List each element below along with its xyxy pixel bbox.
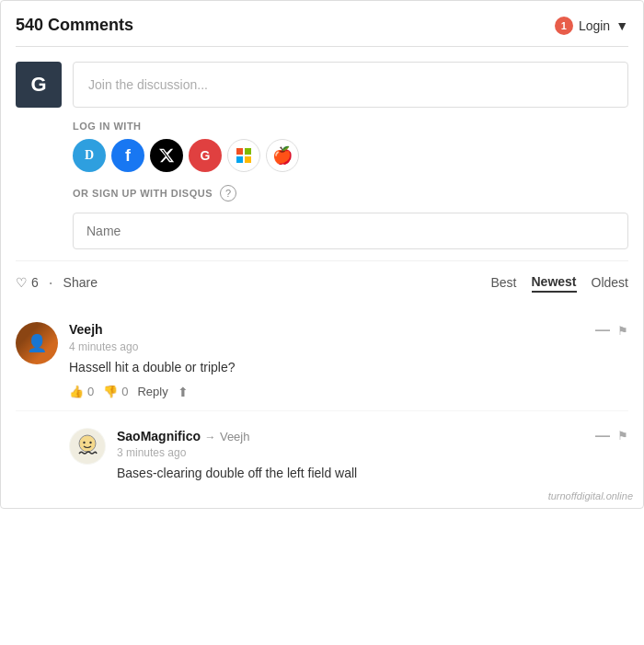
nested-comment-timestamp: 3 minutes ago	[117, 446, 628, 459]
apple-login-button[interactable]: 🍎	[266, 139, 299, 172]
facebook-icon: f	[125, 146, 131, 166]
downvote-button[interactable]: 👎 0	[103, 385, 128, 398]
user-avatar: G	[16, 62, 62, 108]
facebook-login-button[interactable]: f	[111, 139, 144, 172]
nested-comment-body: SaoMagnifico → Veejh — ⚑ 3 minutes ago B…	[117, 428, 628, 490]
charlie-avatar-icon	[70, 429, 105, 464]
watermark-text: turnoffdigital.online	[548, 490, 633, 501]
share-label: Share	[63, 275, 98, 290]
apple-icon: 🍎	[272, 145, 293, 166]
sort-newest-button[interactable]: Newest	[532, 272, 577, 293]
share-comment-button[interactable]: ⬆	[178, 385, 189, 399]
nested-comment-actions-right: — ⚑	[595, 428, 628, 444]
twitter-login-button[interactable]	[150, 139, 183, 172]
upvote-count: 0	[87, 385, 94, 398]
reply-to-user: Veejh	[220, 430, 250, 443]
commenter-username: Veejh	[69, 322, 103, 337]
comment-actions-right: — ⚑	[595, 322, 628, 339]
x-icon	[158, 147, 175, 164]
heart-count: 6	[31, 275, 39, 290]
comment-header: Veejh — ⚑	[69, 322, 628, 339]
nested-comment-text: Bases-clearing double off the left field…	[117, 465, 628, 483]
svg-point-1	[79, 435, 96, 452]
list-item: SaoMagnifico → Veejh — ⚑ 3 minutes ago B…	[69, 419, 628, 494]
svg-point-2	[83, 441, 85, 443]
disqus-login-button[interactable]: D	[73, 139, 106, 172]
comments-list: 👤 Veejh — ⚑ 4 minutes ago Hassell hit a …	[16, 311, 628, 493]
name-input[interactable]	[73, 213, 628, 249]
actions-bar: ♡ 6 • Share Best Newest Oldest	[16, 260, 628, 304]
svg-point-3	[89, 441, 91, 443]
thumbs-down-icon: 👎	[103, 385, 118, 398]
comments-header: 540 Comments 1 Login ▼	[16, 16, 628, 47]
heart-button[interactable]: ♡ 6	[16, 275, 39, 290]
comment-timestamp: 4 minutes ago	[69, 340, 628, 353]
help-icon[interactable]: ?	[220, 185, 236, 202]
comment-body: Veejh — ⚑ 4 minutes ago Hassell hit a do…	[69, 322, 628, 399]
minimize-button[interactable]: —	[595, 322, 610, 339]
downvote-count: 0	[121, 385, 128, 398]
left-actions: ♡ 6 • Share	[16, 275, 98, 290]
chevron-down-icon: ▼	[615, 18, 628, 33]
microsoft-icon	[236, 148, 251, 163]
sort-oldest-button[interactable]: Oldest	[592, 273, 628, 292]
login-button[interactable]: 1 Login ▼	[555, 17, 628, 35]
separator-dot: •	[50, 279, 52, 287]
avatar: 👤	[16, 322, 58, 364]
google-login-button[interactable]: G	[189, 139, 222, 172]
thumbs-up-icon: 👍	[69, 385, 84, 398]
flag-button[interactable]: ⚑	[617, 324, 628, 338]
nested-commenter-username: SaoMagnifico	[117, 429, 201, 443]
reply-button[interactable]: Reply	[137, 385, 167, 398]
nested-flag-button[interactable]: ⚑	[617, 429, 628, 443]
share-button[interactable]: Share	[63, 275, 98, 290]
reply-arrow-icon: →	[204, 431, 215, 443]
nested-minimize-button[interactable]: —	[595, 428, 610, 444]
social-login-section: LOG IN WITH D f G	[73, 121, 628, 249]
sign-up-label: OR SIGN UP WITH DISQUS	[73, 188, 213, 199]
discussion-input[interactable]: Join the discussion...	[73, 62, 628, 108]
upvote-button[interactable]: 👍 0	[69, 385, 94, 398]
heart-icon: ♡	[16, 275, 28, 290]
notification-badge: 1	[555, 17, 573, 35]
sort-best-button[interactable]: Best	[490, 273, 516, 292]
avatar	[69, 428, 106, 465]
nested-comment-header: SaoMagnifico → Veejh — ⚑	[117, 428, 628, 444]
social-icons-row: D f G	[73, 139, 628, 172]
log-in-with-label: LOG IN WITH	[73, 121, 628, 132]
sort-buttons: Best Newest Oldest	[490, 272, 628, 293]
login-label: Login	[579, 18, 610, 33]
table-row: 👤 Veejh — ⚑ 4 minutes ago Hassell hit a …	[16, 311, 628, 411]
comment-text: Hassell hit a double or triple?	[69, 359, 628, 377]
microsoft-login-button[interactable]	[227, 139, 260, 172]
sign-up-row: OR SIGN UP WITH DISQUS ?	[73, 185, 628, 202]
compose-area: G Join the discussion...	[16, 62, 628, 108]
comments-count-title: 540 Comments	[16, 16, 133, 35]
vote-bar: 👍 0 👎 0 Reply ⬆	[69, 385, 628, 399]
